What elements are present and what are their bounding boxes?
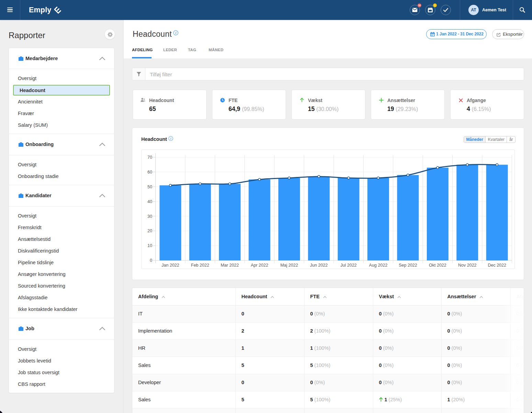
svg-text:50: 50 bbox=[147, 185, 152, 189]
svg-text:10: 10 bbox=[147, 243, 152, 248]
svg-text:Nov 2022: Nov 2022 bbox=[458, 263, 477, 268]
svg-text:Jan 2022: Jan 2022 bbox=[162, 263, 179, 268]
svg-text:Mar 2022: Mar 2022 bbox=[221, 263, 239, 268]
svg-text:Aug 2022: Aug 2022 bbox=[369, 263, 388, 268]
svg-text:i: i bbox=[175, 31, 176, 35]
svg-text:Jun 2022: Jun 2022 bbox=[310, 263, 328, 268]
svg-text:40: 40 bbox=[147, 199, 152, 204]
svg-text:Sep 2022: Sep 2022 bbox=[399, 263, 417, 268]
svg-text:Okt 2022: Okt 2022 bbox=[429, 263, 446, 268]
svg-text:i: i bbox=[170, 137, 171, 140]
svg-text:0: 0 bbox=[150, 258, 152, 263]
svg-text:Jul 2022: Jul 2022 bbox=[341, 263, 357, 268]
svg-text:20: 20 bbox=[147, 228, 152, 233]
svg-text:Dec 2022: Dec 2022 bbox=[488, 263, 506, 268]
svg-text:70: 70 bbox=[147, 155, 152, 160]
svg-text:Feb 2022: Feb 2022 bbox=[191, 263, 209, 268]
svg-text:30: 30 bbox=[147, 214, 152, 219]
svg-text:60: 60 bbox=[147, 170, 152, 175]
svg-text:Maj 2022: Maj 2022 bbox=[280, 263, 298, 268]
svg-text:Apr 2022: Apr 2022 bbox=[251, 263, 268, 268]
